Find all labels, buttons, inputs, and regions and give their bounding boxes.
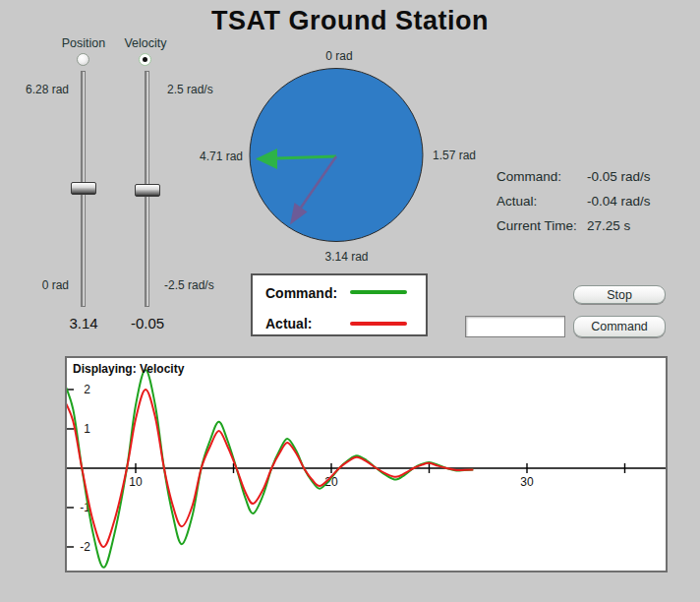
position-slider-value: 3.14: [54, 315, 113, 331]
svg-text:-2: -2: [80, 540, 90, 554]
position-max-label: 6.28 rad: [18, 83, 69, 96]
actual-readout-value: -0.04 rad/s: [587, 194, 651, 209]
command-input[interactable]: [465, 316, 565, 337]
svg-text:1: 1: [84, 422, 90, 436]
legend-actual-line: [350, 322, 407, 326]
app-background: { "title": "TSAT Ground Station", "color…: [0, 0, 700, 602]
chart-title: Displaying: Velocity: [73, 362, 184, 376]
dial-label-314rad: 3.14 rad: [320, 250, 374, 264]
velocity-max-label: 2.5 rad/s: [167, 83, 213, 96]
dial-label-0rad: 0 rad: [315, 49, 364, 63]
legend-actual-label: Actual:: [265, 316, 312, 331]
dial-label-471rad: 4.71 rad: [194, 150, 243, 163]
svg-text:30: 30: [520, 475, 534, 489]
attitude-dial: [246, 64, 429, 247]
svg-text:10: 10: [129, 475, 143, 489]
command-readout-label: Command:: [496, 169, 561, 184]
velocity-slider-handle[interactable]: [135, 184, 160, 197]
radio-dot: [143, 57, 147, 62]
page-title: TSAT Ground Station: [0, 6, 700, 36]
command-readout-value: -0.05 rad/s: [587, 169, 651, 184]
legend-box: Command: Actual:: [251, 273, 428, 336]
stop-button[interactable]: Stop: [573, 285, 666, 304]
dial-label-157rad: 1.57 rad: [433, 149, 476, 162]
current-time-label: Current Time:: [496, 218, 577, 233]
current-time-value: 27.25 s: [587, 218, 630, 233]
velocity-radio[interactable]: [139, 53, 151, 66]
velocity-chart: 10203021-1-2: [67, 358, 666, 571]
velocity-slider-label: Velocity: [121, 36, 170, 50]
position-min-label: 0 rad: [18, 278, 69, 292]
command-button[interactable]: Command: [573, 316, 666, 337]
position-slider-label: Position: [59, 36, 108, 50]
actual-readout-label: Actual:: [496, 194, 537, 209]
legend-command-line: [350, 290, 407, 294]
velocity-chart-panel: 10203021-1-2 Displaying: Velocity: [65, 356, 668, 572]
velocity-min-label: -2.5 rad/s: [164, 278, 214, 292]
legend-command-label: Command:: [265, 285, 337, 301]
svg-text:2: 2: [84, 383, 90, 396]
velocity-slider-value: -0.05: [118, 315, 177, 331]
position-slider-handle[interactable]: [71, 182, 96, 195]
position-radio[interactable]: [77, 53, 89, 66]
